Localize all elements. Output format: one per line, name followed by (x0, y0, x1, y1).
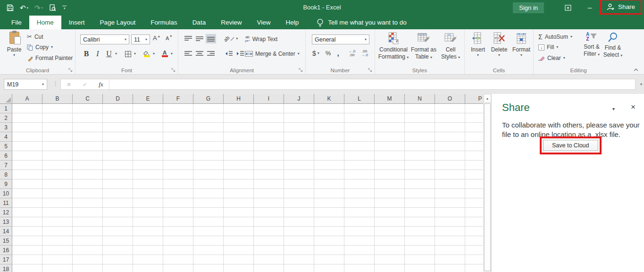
decrease-decimal-icon[interactable]: .00→.0 (361, 50, 368, 57)
collapse-ribbon-icon[interactable] (634, 68, 638, 71)
top-align-icon[interactable] (183, 34, 193, 43)
insert-cells-button[interactable]: Insert ▾ (468, 32, 487, 57)
tell-me-box[interactable]: Tell me what you want to do (317, 16, 407, 29)
save-to-cloud-button[interactable]: Save to Cloud (543, 140, 598, 151)
sign-in-button[interactable]: Sign in (513, 2, 544, 13)
increase-indent-icon[interactable] (235, 49, 245, 59)
find-select-button[interactable]: Find & Select ▾ (602, 32, 623, 59)
italic-button[interactable]: I (92, 49, 103, 59)
row-header-18[interactable]: 18 (0, 264, 12, 272)
paste-button[interactable]: Paste ▾ (4, 32, 25, 57)
scrollbar-thumb[interactable] (484, 103, 491, 271)
clear-button[interactable]: Clear ▾ (538, 55, 565, 61)
align-center-icon[interactable] (194, 49, 205, 59)
column-header-K[interactable]: K (314, 94, 344, 104)
tab-file[interactable]: File (4, 16, 29, 29)
align-left-icon[interactable] (183, 49, 193, 59)
column-header-G[interactable]: G (193, 94, 224, 104)
column-header-E[interactable]: E (133, 94, 163, 104)
column-header-O[interactable]: O (435, 94, 465, 104)
sort-filter-button[interactable]: AZ Sort & Filter ▾ (581, 32, 602, 58)
row-header-16[interactable]: 16 (0, 246, 12, 255)
row-header-15[interactable]: 15 (0, 236, 12, 246)
cells-area[interactable] (12, 104, 483, 272)
row-header-6[interactable]: 6 (0, 151, 12, 161)
row-header-11[interactable]: 11 (0, 198, 12, 208)
autosum-button[interactable]: Σ AutoSum ▾ (538, 33, 572, 41)
fill-color-dropdown-icon[interactable]: ▾ (153, 52, 155, 56)
name-box[interactable]: M19▾ (4, 79, 47, 90)
bold-button[interactable]: B (81, 49, 92, 59)
number-dialog-launcher-icon[interactable] (368, 68, 372, 72)
column-header-J[interactable]: J (284, 94, 314, 104)
underline-dropdown-icon[interactable]: ▾ (115, 52, 117, 56)
column-header-H[interactable]: H (224, 94, 254, 104)
align-right-icon[interactable] (206, 49, 216, 59)
column-header-I[interactable]: I (254, 94, 284, 104)
namebox-resizer-icon[interactable]: ⋮ (53, 80, 59, 87)
percent-style-icon[interactable]: % (326, 50, 331, 57)
conditional-formatting-button[interactable]: ≠ Conditional Formatting ▾ (377, 32, 410, 60)
tab-help[interactable]: Help (278, 16, 306, 29)
underline-button[interactable]: U (104, 49, 114, 59)
row-header-9[interactable]: 9 (0, 179, 12, 189)
grow-font-button[interactable]: A▴ (153, 34, 160, 42)
comma-style-icon[interactable]: , (337, 49, 339, 57)
accounting-format-icon[interactable]: $ (312, 50, 316, 57)
column-header-P[interactable]: P (465, 94, 483, 104)
borders-icon[interactable] (123, 49, 133, 59)
row-header-1[interactable]: 1 (0, 104, 12, 113)
share-button[interactable]: Share (600, 0, 642, 15)
decrease-indent-icon[interactable] (224, 49, 234, 59)
accounting-dropdown-icon[interactable]: ▾ (318, 51, 319, 55)
bottom-align-icon[interactable] (206, 34, 216, 43)
insert-function-icon[interactable]: fx (93, 81, 109, 88)
ribbon-display-options-icon[interactable] (557, 0, 579, 16)
number-format-select[interactable]: General▾ (312, 34, 369, 44)
font-name-select[interactable]: Calibri▾ (80, 34, 129, 44)
column-header-C[interactable]: C (73, 94, 103, 104)
cell-styles-button[interactable]: Cell Styles ▾ (438, 32, 463, 60)
font-dialog-launcher-icon[interactable] (171, 68, 176, 72)
column-header-N[interactable]: N (405, 94, 435, 104)
cut-button[interactable]: ✂ Cut (27, 33, 43, 40)
font-size-select[interactable]: 11▾ (131, 34, 150, 44)
merge-center-button[interactable]: Merge & Center ▾ (245, 51, 300, 57)
row-header-4[interactable]: 4 (0, 132, 12, 142)
alignment-dialog-launcher-icon[interactable] (299, 68, 303, 72)
row-header-7[interactable]: 7 (0, 161, 12, 170)
share-pane-options-icon[interactable]: ▾ (612, 106, 615, 111)
column-header-A[interactable]: A (12, 94, 42, 104)
font-color-dropdown-icon[interactable]: ▾ (171, 52, 173, 56)
column-header-M[interactable]: M (375, 94, 405, 104)
tab-view[interactable]: View (249, 16, 278, 29)
tab-page-layout[interactable]: Page Layout (92, 16, 143, 29)
share-pane-close-icon[interactable]: × (631, 102, 636, 112)
tab-insert[interactable]: Insert (61, 16, 92, 29)
row-header-10[interactable]: 10 (0, 189, 12, 198)
column-header-D[interactable]: D (103, 94, 133, 104)
tab-review[interactable]: Review (213, 16, 249, 29)
format-as-table-button[interactable]: Format as Table ▾ (409, 32, 438, 60)
row-header-14[interactable]: 14 (0, 227, 12, 236)
row-header-13[interactable]: 13 (0, 217, 12, 227)
column-header-F[interactable]: F (163, 94, 193, 104)
clipboard-dialog-launcher-icon[interactable] (68, 68, 73, 72)
fill-color-icon[interactable] (142, 49, 152, 59)
row-header-12[interactable]: 12 (0, 208, 12, 217)
column-header-B[interactable]: B (42, 94, 73, 104)
copy-button[interactable]: Copy ▾ (27, 44, 53, 51)
tab-formulas[interactable]: Formulas (143, 16, 184, 29)
expand-formula-bar-icon[interactable]: ▾ (640, 83, 642, 86)
font-color-icon[interactable]: A (159, 49, 170, 59)
row-header-5[interactable]: 5 (0, 142, 12, 151)
formula-bar[interactable]: ✕ ✓ fx (60, 79, 636, 90)
wrap-text-button[interactable]: abc↩ Wrap Text (245, 35, 277, 43)
scroll-up-icon[interactable]: ▲ (484, 94, 491, 102)
orientation-dropdown-icon[interactable]: ▾ (236, 37, 238, 41)
tab-data[interactable]: Data (185, 16, 214, 29)
column-header-L[interactable]: L (344, 94, 375, 104)
format-painter-button[interactable]: Format Painter (27, 55, 73, 61)
row-header-17[interactable]: 17 (0, 255, 12, 264)
fill-button[interactable]: ↓ Fill ▾ (538, 44, 558, 51)
